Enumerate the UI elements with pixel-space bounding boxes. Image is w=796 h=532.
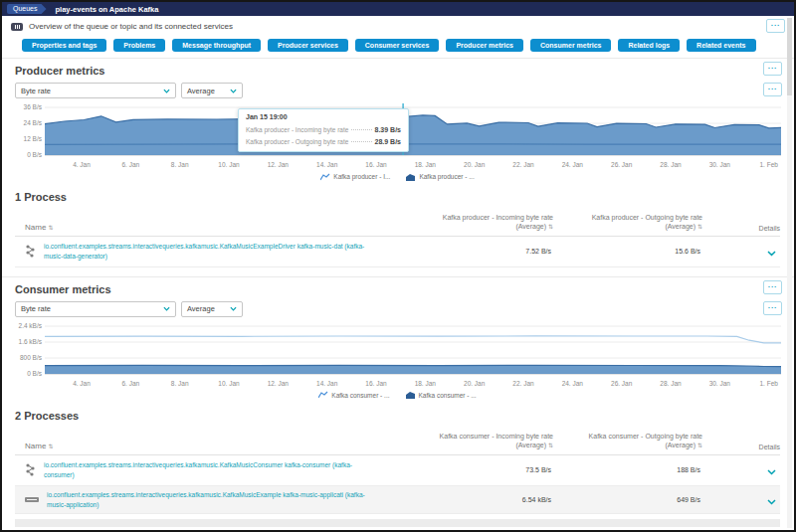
consumer-area-chart[interactable] [45,322,781,378]
producer-chart-legend: Kafka producer - I... Kafka producer - .… [15,171,780,182]
incoming-value: 73.5 B/s [404,466,553,473]
area-chart-icon [406,391,416,399]
breadcrumb-queues[interactable]: Queues [7,4,47,14]
name-column-header[interactable]: Name ⇅ [15,223,404,232]
area-chart-icon [406,173,416,181]
producer-area-chart[interactable] [45,103,781,159]
java-application-icon [25,496,39,503]
scrollbar-thumb[interactable] [787,18,792,95]
outgoing-value: 649 B/s [553,496,702,503]
tab-consumer-metrics[interactable]: Consumer metrics [530,39,611,52]
producer-chart-menu-button[interactable]: ... [763,62,782,76]
overview-text: Overview of the queue or topic and its c… [29,22,233,31]
consumer-chart[interactable]: 2.4 kB/s1.6 kB/s800 B/s0 B/s [15,322,780,378]
outgoing-column-header[interactable]: Kafka consumer - Outgoing byte rate (Ave… [553,432,702,450]
tab-related-logs[interactable]: Related logs [618,39,680,52]
producer-chart-options-button[interactable]: ... [763,83,782,96]
details-column-header: Details [702,443,780,450]
page-menu-button[interactable]: ... [766,19,785,33]
table-header: Name ⇅ Kafka producer - Incoming byte ra… [15,213,780,237]
page-title: play-events on Apache Kafka [56,5,159,14]
table-row[interactable]: io.confluent.examples.streams.interactiv… [15,455,780,486]
chart-tooltip: Jan 15 19:00 Kafka producer - Incoming b… [238,108,409,152]
consumer-metrics-title: Consumer metrics [15,283,780,295]
tab-message-throughput[interactable]: Message throughput [172,39,261,52]
process-link[interactable]: io.confluent.examples.streams.interactiv… [44,460,380,480]
producer-chart[interactable]: 36 B/s24 B/s12 B/s0 B/s Jan 15 19:00 Kaf… [15,103,780,159]
tab-consumer-services[interactable]: Consumer services [355,39,440,52]
queue-icon [11,23,23,31]
consumer-metric-select[interactable]: Byte rate [15,301,176,317]
producer-metrics-section: Producer metrics ... ... Byte rate Avera… [2,59,794,182]
producer-process-table: 1 Process Name ⇅ Kafka producer - Incomi… [2,182,794,267]
tab-problems[interactable]: Problems [113,39,165,52]
producer-chart-x-axis: 4. Jan6. Jan8. Jan10. Jan12. Jan14. Jan1… [45,159,781,169]
incoming-value: 7.52 B/s [404,248,553,255]
table-header: Name ⇅ Kafka consumer - Incoming byte ra… [15,432,780,455]
consumer-controls: Byte rate Average [15,301,780,317]
name-column-header[interactable]: Name ⇅ [15,442,404,450]
tooltip-row: Kafka producer - Outgoing byte rate 28.9… [246,135,401,147]
overview-row: Overview of the queue or topic and its c… [2,16,794,37]
consumer-aggregation-select[interactable]: Average [181,301,243,317]
top-navigation-bar: Queues play-events on Apache Kafka [2,2,794,16]
chevron-down-icon [230,306,237,311]
consumer-table-title: 2 Processes [15,410,780,422]
process-link[interactable]: io.confluent.examples.streams.interactiv… [47,490,383,510]
consumer-process-table: 2 Processes Name ⇅ Kafka consumer - Inco… [2,401,794,527]
tab-producer-services[interactable]: Producer services [268,39,348,52]
row-expand-button[interactable] [702,243,780,261]
chevron-down-icon [767,469,776,475]
tab-related-events[interactable]: Related events [687,39,755,52]
tooltip-row: Kafka producer - Incoming byte rate 8.39… [246,123,401,135]
vertical-scrollbar[interactable] [787,18,792,528]
details-column-header: Details [702,225,780,232]
chevron-down-icon [767,499,776,505]
legend-item-incoming[interactable]: Kafka producer - I... [320,173,390,181]
incoming-value: 6.54 kB/s [404,496,553,503]
process-link[interactable]: io.confluent.examples.streams.interactiv… [44,242,380,262]
page-footer-band [15,519,780,527]
consumer-chart-options-button[interactable]: ... [763,301,782,315]
consumer-chart-legend: Kafka consumer - ... Kafka consumer - ..… [15,390,780,401]
producer-chart-y-axis: 36 B/s24 B/s12 B/s0 B/s [15,103,45,159]
consumer-metrics-section: Consumer metrics ... ... Byte rate Avera… [2,277,794,401]
chevron-down-icon [163,306,170,311]
app-window: Queues play-events on Apache Kafka Overv… [0,0,796,532]
outgoing-value: 15.6 B/s [553,248,702,255]
consumer-chart-x-axis: 4. Jan6. Jan8. Jan10. Jan12. Jan14. Jan1… [45,378,781,388]
legend-item-outgoing[interactable]: Kafka producer - ... [406,173,474,181]
section-tabs: Properties and tags Problems Message thr… [2,37,794,58]
chevron-down-icon [767,251,776,257]
tab-producer-metrics[interactable]: Producer metrics [446,39,523,52]
java-process-icon [25,245,36,258]
table-row[interactable]: io.confluent.examples.streams.interactiv… [15,237,780,267]
legend-item-incoming[interactable]: Kafka consumer - ... [318,391,389,399]
line-chart-icon [320,173,330,181]
outgoing-value: 188 B/s [553,466,702,473]
java-process-icon [25,463,36,476]
row-expand-button[interactable] [702,491,780,509]
legend-item-outgoing[interactable]: Kafka consumer - ... [406,391,477,399]
consumer-chart-menu-button[interactable]: ... [763,280,782,294]
producer-metric-select[interactable]: Byte rate [15,83,176,98]
consumer-chart-y-axis: 2.4 kB/s1.6 kB/s800 B/s0 B/s [15,322,45,378]
sort-icon: ⇅ [49,443,54,449]
tooltip-timestamp: Jan 15 19:00 [246,112,401,123]
producer-aggregation-select[interactable]: Average [181,83,243,98]
outgoing-column-header[interactable]: Kafka producer - Outgoing byte rate (Ave… [553,213,702,232]
producer-controls: Byte rate Average [15,83,780,98]
incoming-column-header[interactable]: Kafka producer - Incoming byte rate (Ave… [404,213,553,232]
sort-icon: ⇅ [49,225,54,231]
chevron-down-icon [230,89,237,93]
producer-table-title: 1 Process [15,191,780,203]
table-row[interactable]: io.confluent.examples.streams.interactiv… [15,486,780,515]
producer-metrics-title: Producer metrics [15,65,780,77]
tab-properties-and-tags[interactable]: Properties and tags [22,39,106,52]
line-chart-icon [318,391,328,399]
chevron-down-icon [163,89,170,93]
incoming-column-header[interactable]: Kafka consumer - Incoming byte rate (Ave… [404,432,553,450]
row-expand-button[interactable] [702,461,780,479]
